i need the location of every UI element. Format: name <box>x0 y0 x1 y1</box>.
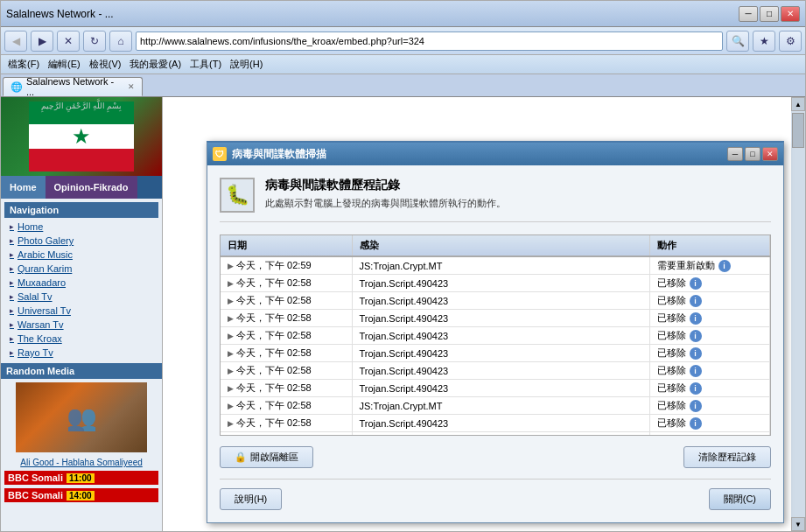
flag: ★ <box>29 102 134 172</box>
home-button[interactable]: ⌂ <box>109 31 132 52</box>
scroll-up-button[interactable]: ▲ <box>791 97 805 111</box>
sidebar-item-arabic-music[interactable]: Arabic Music <box>4 248 158 262</box>
action-cell: 已移除i <box>649 327 770 345</box>
table-row[interactable]: ▶ 今天，下午 02:58Trojan.Script.490423已移除i <box>221 415 770 432</box>
refresh-button[interactable]: ↻ <box>83 31 106 52</box>
dialog-action-buttons: 🔒 開啟隔離區 清除歷程記錄 <box>220 446 771 468</box>
media-thumbnail[interactable]: 👥 <box>16 382 147 452</box>
date-cell: 今天，下午 02:59 <box>236 260 312 270</box>
info-icon[interactable]: i <box>718 260 731 272</box>
window-controls: ─ □ ✕ <box>739 6 800 22</box>
table-row[interactable]: ▶ 今天，下午 02:58Trojan.Script.490423已移除i <box>221 275 770 292</box>
menu-edit[interactable]: 編輯(E) <box>48 58 81 71</box>
infection-cell: Trojan.Script.490423 <box>352 415 649 432</box>
sidebar-item-rayo-tv[interactable]: Rayo Tv <box>4 346 158 360</box>
info-icon[interactable]: i <box>690 400 702 412</box>
table-row[interactable]: ▶ 今天，下午 02:58Trojan.Script.490423已移除i <box>221 327 770 345</box>
infection-cell: JS:Trojan.Crypt.MT <box>352 432 649 437</box>
table-row[interactable]: ▶ 今天，下午 02:58Trojan.Script.490423已移除i <box>221 380 770 397</box>
tab-favicon: 🌐 <box>11 81 23 93</box>
nav-home[interactable]: Home <box>1 176 46 199</box>
close-dialog-button[interactable]: 關閉(C) <box>709 488 771 510</box>
date-cell: 今天，下午 02:58 <box>236 382 312 393</box>
action-text: 已移除 <box>657 276 686 290</box>
row-expand-icon: ▶ <box>228 332 234 340</box>
sidebar-item-the-kroax[interactable]: The Kroax <box>4 332 158 346</box>
info-icon[interactable]: i <box>690 435 702 437</box>
table-row[interactable]: ▶ 今天，下午 02:58JS:Trojan.Crypt.MT已移除i <box>221 432 770 437</box>
action-text: 已移除 <box>657 329 686 342</box>
dialog-header-icon: 🐛 <box>220 178 255 213</box>
help-button[interactable]: 說明(H) <box>220 488 282 510</box>
action-cell: 已移除i <box>649 362 770 380</box>
table-row[interactable]: ▶ 今天，下午 02:59JS:Trojan.Crypt.MT需要重新啟動i <box>221 256 770 275</box>
dialog-close-button[interactable]: ✕ <box>762 147 778 161</box>
title-bar: Salalnews Network - ... ─ □ ✕ <box>1 1 805 27</box>
site-header: ★ بِسْمِ اللَّهِ الرَّحْمَٰنِ الرَّحِيمِ <box>1 97 162 176</box>
stop-button[interactable]: ✕ <box>57 31 80 52</box>
media-caption[interactable]: Ali Good - Hablaha Somaliyeed <box>1 456 162 469</box>
tools-nav-button[interactable]: ⚙ <box>779 31 802 52</box>
dialog-maximize-button[interactable]: □ <box>745 147 760 161</box>
clear-history-button[interactable]: 清除歷程記錄 <box>683 446 771 468</box>
bbc-banner-2[interactable]: BBC Somali 14:00 <box>4 488 158 502</box>
sidebar-item-salal-tv[interactable]: Salal Tv <box>4 290 158 304</box>
quarantine-button[interactable]: 🔒 開啟隔離區 <box>220 446 313 468</box>
favorites-button[interactable]: ★ <box>753 31 775 52</box>
table-row[interactable]: ▶ 今天，下午 02:58Trojan.Script.490423已移除i <box>221 362 770 380</box>
sidebar-item-universal-tv[interactable]: Universal Tv <box>4 304 158 318</box>
date-cell: 今天，下午 02:58 <box>236 435 312 436</box>
bbc-label-1: BBC Somali <box>8 472 63 483</box>
menu-favorites[interactable]: 我的最愛(A) <box>130 58 181 71</box>
info-icon[interactable]: i <box>690 382 702 395</box>
browser-frame: Salalnews Network - ... ─ □ ✕ ◀ ▶ ✕ ↻ ⌂ … <box>0 0 806 532</box>
table-row[interactable]: ▶ 今天，下午 02:58Trojan.Script.490423已移除i <box>221 345 770 362</box>
bbc-label-2: BBC Somali <box>8 490 63 500</box>
info-icon[interactable]: i <box>690 365 702 377</box>
sidebar: ★ بِسْمِ اللَّهِ الرَّحْمَٰنِ الرَّحِيمِ… <box>1 97 163 531</box>
info-icon[interactable]: i <box>690 417 702 430</box>
scroll-down-button[interactable]: ▼ <box>791 517 805 531</box>
date-cell: 今天，下午 02:58 <box>236 295 312 305</box>
infection-cell: Trojan.Script.490423 <box>352 345 649 362</box>
info-icon[interactable]: i <box>690 312 702 325</box>
menu-bar: 檔案(F) 編輯(E) 檢視(V) 我的最愛(A) 工具(T) 說明(H) <box>1 55 805 74</box>
sidebar-item-photo[interactable]: Photo Galery <box>4 234 158 248</box>
infection-cell: Trojan.Script.490423 <box>352 327 649 345</box>
menu-tools[interactable]: 工具(T) <box>190 58 221 71</box>
random-media-title: Random Media <box>1 363 162 379</box>
table-row[interactable]: ▶ 今天，下午 02:58Trojan.Script.490423已移除i <box>221 292 770 310</box>
search-button[interactable]: 🔍 <box>726 31 749 52</box>
bbc-time-2: 14:00 <box>67 491 95 500</box>
menu-file[interactable]: 檔案(F) <box>8 58 39 71</box>
sidebar-item-warsan-tv[interactable]: Warsan Tv <box>4 318 158 332</box>
forward-button[interactable]: ▶ <box>31 31 53 52</box>
sidebar-item-quran[interactable]: Quran Karim <box>4 262 158 276</box>
info-icon[interactable]: i <box>690 330 702 342</box>
dialog-minimize-button[interactable]: ─ <box>727 147 743 161</box>
close-button[interactable]: ✕ <box>781 6 800 22</box>
info-icon[interactable]: i <box>690 347 702 360</box>
info-icon[interactable]: i <box>690 277 702 290</box>
tab-salalnews[interactable]: 🌐 Salalnews Network - ... ✕ <box>3 77 143 96</box>
table-row[interactable]: ▶ 今天，下午 02:58JS:Trojan.Crypt.MT已移除i <box>221 397 770 415</box>
scroll-thumb[interactable] <box>792 113 804 148</box>
sidebar-item-muxaadaro[interactable]: Muxaadaro <box>4 276 158 290</box>
bbc-banner-1[interactable]: BBC Somali 11:00 <box>4 471 158 485</box>
row-expand-icon: ▶ <box>228 384 234 393</box>
info-icon[interactable]: i <box>690 295 702 307</box>
table-row[interactable]: ▶ 今天，下午 02:58Trojan.Script.490423已移除i <box>221 310 770 327</box>
nav-opinion[interactable]: Opinion-Fikrado <box>46 176 137 199</box>
back-button[interactable]: ◀ <box>4 31 27 52</box>
tab-close-button[interactable]: ✕ <box>128 82 135 91</box>
sidebar-item-home[interactable]: Home <box>4 220 158 234</box>
minimize-button[interactable]: ─ <box>739 6 758 22</box>
virus-dialog: 🛡 病毒與間諜軟體掃描 ─ □ ✕ 🐛 <box>207 141 784 523</box>
address-bar[interactable]: http://www.salalnews.com/infusions/the_k… <box>136 32 723 51</box>
date-cell: 今天，下午 02:58 <box>236 312 312 323</box>
maximize-button[interactable]: □ <box>760 6 779 22</box>
dialog-header: 🐛 病毒與間諜軟體歷程記錄 此處顯示對電腦上發現的病毒與間諜軟體所執行的動作。 <box>220 178 771 222</box>
page-content: 🛡 病毒與間諜軟體掃描 ─ □ ✕ 🐛 <box>163 97 805 531</box>
menu-view[interactable]: 檢視(V) <box>89 58 122 71</box>
menu-help[interactable]: 說明(H) <box>230 58 263 71</box>
